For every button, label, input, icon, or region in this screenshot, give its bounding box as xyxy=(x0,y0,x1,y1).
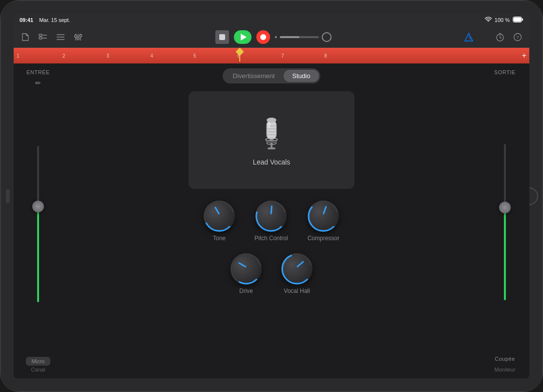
input-panel: ENTRÉE ✏ Micro Canal xyxy=(14,63,63,378)
center-panel: Divertissement Studio xyxy=(63,63,480,378)
mic-icon-container: Lead Vocals xyxy=(253,114,290,166)
list-settings-button[interactable] xyxy=(54,30,67,44)
record-button[interactable] xyxy=(256,30,270,44)
battery-label: 100 % xyxy=(495,17,510,23)
input-fader-fill xyxy=(37,201,39,302)
canal-label: Canal xyxy=(31,367,45,372)
mode-divertissement[interactable]: Divertissement xyxy=(224,70,284,82)
svg-marker-15 xyxy=(465,33,473,41)
metronome-button[interactable] xyxy=(462,30,476,44)
svg-point-30 xyxy=(267,118,276,123)
play-button[interactable] xyxy=(234,30,251,44)
ruler-mark-2: 2 xyxy=(63,53,65,59)
tracks-button[interactable] xyxy=(36,30,50,44)
ruler-mark-4: 4 xyxy=(150,53,153,59)
drive-label: Drive xyxy=(239,288,253,294)
new-document-button[interactable] xyxy=(19,30,32,44)
timeline-ruler[interactable]: 1 2 3 4 5 6 7 8 + xyxy=(14,48,529,63)
playhead[interactable] xyxy=(236,48,244,62)
ruler-mark-1: 1 xyxy=(17,53,20,59)
ruler-mark-7: 7 xyxy=(281,53,284,59)
svg-point-40 xyxy=(229,251,264,287)
svg-rect-3 xyxy=(39,37,42,39)
svg-point-13 xyxy=(77,37,80,40)
micro-button[interactable]: Micro xyxy=(26,357,51,366)
ruler-bar xyxy=(14,48,529,63)
tone-knob[interactable] xyxy=(204,201,235,232)
svg-point-36 xyxy=(253,199,289,234)
help-button[interactable]: ? xyxy=(511,30,524,44)
ruler-mark-3: 3 xyxy=(106,53,109,59)
svg-point-37 xyxy=(253,199,289,234)
output-label: SORTIE xyxy=(494,69,516,75)
tone-knob-container: Tone xyxy=(204,201,235,242)
svg-point-14 xyxy=(80,34,82,37)
mic-illustration xyxy=(257,114,286,153)
output-panel: SORTIE Coupée Moniteur xyxy=(480,63,529,378)
playhead-diamond xyxy=(236,48,244,56)
toolbar: ? xyxy=(14,26,529,48)
vocalhall-knob[interactable] xyxy=(281,253,313,285)
drive-knob-container: Drive xyxy=(230,253,262,294)
status-time: 09:41 xyxy=(20,17,33,23)
battery-icon xyxy=(513,17,523,23)
vocalhall-knob-container: Vocal Hall xyxy=(281,253,313,294)
mic-display: Lead Vocals xyxy=(188,91,355,189)
svg-point-42 xyxy=(279,251,314,287)
tone-label: Tone xyxy=(213,235,226,242)
compressor-knob[interactable] xyxy=(308,201,339,232)
svg-point-41 xyxy=(229,251,264,287)
wifi-icon xyxy=(485,17,492,23)
volume-slider[interactable] xyxy=(280,36,319,38)
mode-studio[interactable]: Studio xyxy=(284,70,319,82)
stop-button[interactable] xyxy=(215,30,229,44)
status-bar: 09:41 Mar. 15 sept. 100 % xyxy=(14,14,529,26)
coupee-label: Coupée xyxy=(495,356,515,362)
output-fader-thumb[interactable] xyxy=(499,202,511,213)
screen: 09:41 Mar. 15 sept. 100 % xyxy=(14,14,529,378)
moniteur-label: Moniteur xyxy=(495,367,516,372)
input-fader-container xyxy=(37,95,39,353)
add-track-button[interactable]: + xyxy=(522,51,526,60)
mode-toggle: Divertissement Studio xyxy=(223,68,321,83)
pitch-knob-container: Pitch Control xyxy=(254,201,288,242)
ruler-mark-5: 5 xyxy=(193,53,196,59)
output-fader-fill xyxy=(504,202,506,300)
svg-point-34 xyxy=(202,199,237,234)
svg-rect-24 xyxy=(271,143,272,148)
input-fader-thumb[interactable] xyxy=(32,201,44,212)
svg-point-43 xyxy=(279,251,314,287)
ruler-mark-8: 8 xyxy=(324,53,327,59)
side-button[interactable] xyxy=(6,189,10,203)
timer-button[interactable] xyxy=(493,30,507,44)
status-date: Mar. 15 sept. xyxy=(39,17,70,23)
output-fader-track xyxy=(504,144,506,300)
svg-line-19 xyxy=(500,38,501,39)
svg-rect-1 xyxy=(514,18,522,22)
knobs-row-2: Drive Vocal Hall xyxy=(230,253,313,294)
output-fader-container xyxy=(504,92,506,352)
vocalhall-label: Vocal Hall xyxy=(284,288,310,294)
main-content: ENTRÉE ✏ Micro Canal Divertissement xyxy=(14,63,529,378)
input-fader-track xyxy=(37,146,39,302)
svg-rect-2 xyxy=(39,34,42,36)
ipad-frame: 09:41 Mar. 15 sept. 100 % xyxy=(0,0,543,392)
pitch-knob[interactable] xyxy=(255,201,287,232)
compressor-knob-container: Compressor xyxy=(308,201,339,242)
svg-point-12 xyxy=(75,35,77,37)
svg-point-33 xyxy=(268,122,271,128)
pitch-label: Pitch Control xyxy=(254,235,288,242)
compressor-label: Compressor xyxy=(308,235,339,242)
drive-knob[interactable] xyxy=(230,253,262,285)
svg-point-39 xyxy=(306,199,341,234)
mixer-button[interactable] xyxy=(71,30,85,44)
svg-text:?: ? xyxy=(516,35,519,40)
volume-icon xyxy=(322,32,332,42)
mic-name-label: Lead Vocals xyxy=(253,158,290,166)
svg-point-35 xyxy=(202,199,237,234)
pen-icon[interactable]: ✏ xyxy=(35,79,41,87)
input-label: ENTRÉE xyxy=(26,69,50,75)
knobs-row-1: Tone Pitch Control xyxy=(204,201,339,242)
separator-dot xyxy=(275,36,277,38)
svg-point-38 xyxy=(306,199,341,234)
